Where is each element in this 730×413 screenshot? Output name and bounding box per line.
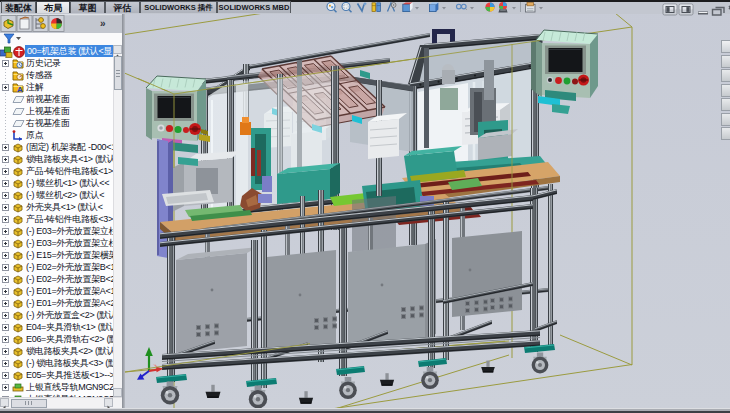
svg-text:»: » bbox=[100, 18, 106, 29]
svg-text:A: A bbox=[17, 84, 23, 93]
